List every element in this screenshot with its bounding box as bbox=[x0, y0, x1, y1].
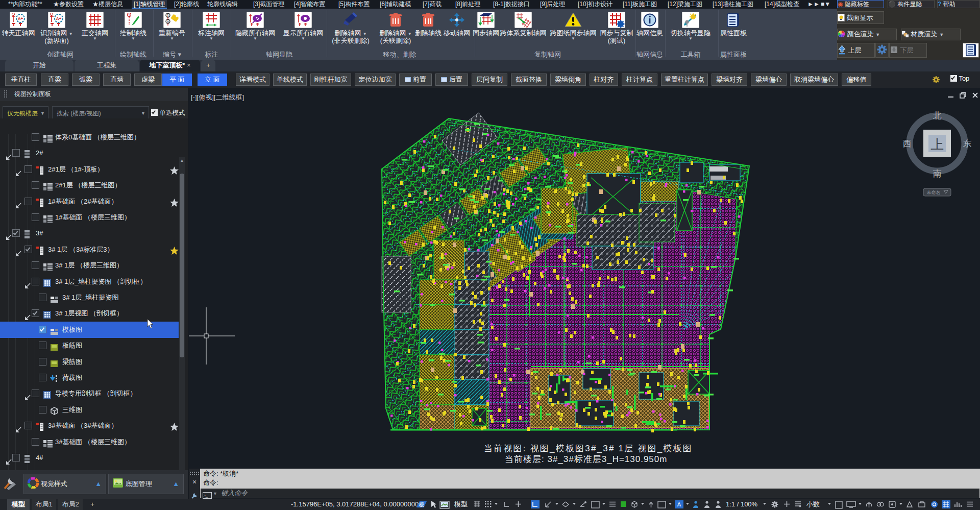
svg-text:上: 上 bbox=[930, 137, 944, 152]
svg-text:A: A bbox=[677, 501, 681, 507]
svg-text:西: 西 bbox=[903, 139, 912, 149]
svg-text:南: 南 bbox=[933, 169, 942, 179]
svg-text:A+: A+ bbox=[56, 16, 62, 21]
svg-text:1: 1 bbox=[167, 14, 169, 17]
svg-text:未命名: 未命名 bbox=[927, 190, 941, 195]
svg-text:1: 1 bbox=[128, 13, 130, 17]
svg-text:板: 板 bbox=[419, 501, 425, 507]
svg-text:A+: A+ bbox=[18, 16, 23, 21]
svg-text:北: 北 bbox=[933, 111, 942, 120]
svg-text:东: 东 bbox=[963, 139, 972, 149]
svg-text:A: A bbox=[167, 20, 169, 23]
